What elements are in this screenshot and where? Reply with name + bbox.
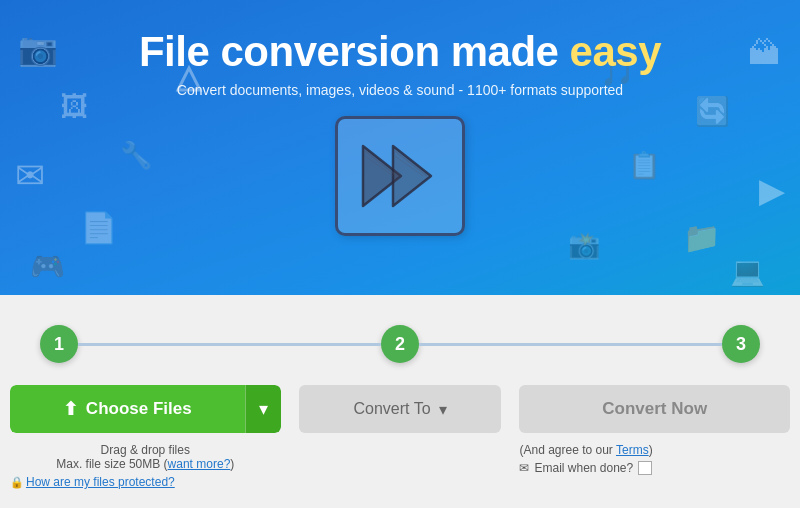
bg-icon-wrench: 🔧 [120,140,152,171]
terms-suffix: ) [649,443,653,457]
bottom-section: 1 2 3 ⬆ Choose Files ▾ Convert To ▾ Conv… [0,295,800,508]
play-box [335,116,465,236]
step-1: 1 [40,325,78,363]
info-right: (And agree to our Terms) ✉ Email when do… [519,443,790,475]
choose-files-button[interactable]: ⬆ Choose Files [10,385,245,433]
buttons-row: ⬆ Choose Files ▾ Convert To ▾ Convert No… [10,385,790,433]
bg-icon-folder: 📁 [683,220,720,255]
max-size-close: ) [230,457,234,471]
step-3: 3 [722,325,760,363]
max-size-text: Max. file size 50MB ( [56,457,167,471]
play-illustration [335,116,465,236]
convert-now-label: Convert Now [602,399,707,419]
double-arrow-svg [353,136,448,216]
info-left: Drag & drop files Max. file size 50MB (w… [10,443,281,489]
bg-icon-game: 🎮 [30,250,65,283]
choose-files-dropdown[interactable]: ▾ [245,385,281,433]
convert-to-button[interactable]: Convert To ▾ [299,385,502,433]
hero-section: 📷 🖼 ✉ 📄 🔧 🎮 🏔 🔄 ▶ 📁 📋 🎵 💻 📸 File convers… [0,0,800,295]
convert-to-arrow-icon: ▾ [439,400,447,419]
chevron-down-icon: ▾ [259,398,268,420]
email-row: ✉ Email when done? [519,461,790,475]
protected-link[interactable]: How are my files protected? [26,475,175,489]
info-row: Drag & drop files Max. file size 50MB (w… [10,443,790,489]
drag-drop-text: Drag & drop files [10,443,281,457]
hero-title: File conversion made easy [139,28,661,76]
bg-icon-camera: 📷 [18,30,58,68]
email-checkbox[interactable] [638,461,652,475]
bg-icon-photo: 🏔 [748,35,780,72]
bg-icon-refresh: 🔄 [695,95,730,128]
bg-icon-play: ▶ [759,170,785,210]
bg-icon-mail: ✉ [15,155,45,197]
choose-files-label: Choose Files [86,399,192,419]
step-line-1 [78,343,381,346]
hero-title-accent: easy [570,28,661,75]
choose-files-group: ⬆ Choose Files ▾ [10,385,281,433]
bg-icon-code: 💻 [730,255,765,288]
terms-prefix: (And agree to our [519,443,616,457]
steps-row: 1 2 3 [40,325,760,363]
bg-icon-camera2: 📸 [568,230,600,261]
terms-row: (And agree to our Terms) [519,443,790,457]
terms-link[interactable]: Terms [616,443,649,457]
step-line-2 [419,343,722,346]
bg-icon-doc: 📄 [80,210,117,245]
bg-icon-clipboard: 📋 [628,150,660,181]
max-size-row: Max. file size 50MB (want more?) [10,457,281,471]
want-more-link[interactable]: want more? [168,457,231,471]
lock-icon: 🔒 [10,476,24,489]
convert-to-label: Convert To [353,400,430,418]
convert-now-button[interactable]: Convert Now [519,385,790,433]
email-icon: ✉ [519,461,529,475]
upload-icon: ⬆ [63,398,78,420]
svg-marker-2 [393,146,431,206]
hero-subtitle: Convert documents, images, videos & soun… [177,82,623,98]
hero-title-plain: File conversion made [139,28,570,75]
protected-row: 🔒 How are my files protected? [10,475,281,489]
email-label: Email when done? [534,461,633,475]
bg-icon-image: 🖼 [60,90,88,123]
step-2: 2 [381,325,419,363]
